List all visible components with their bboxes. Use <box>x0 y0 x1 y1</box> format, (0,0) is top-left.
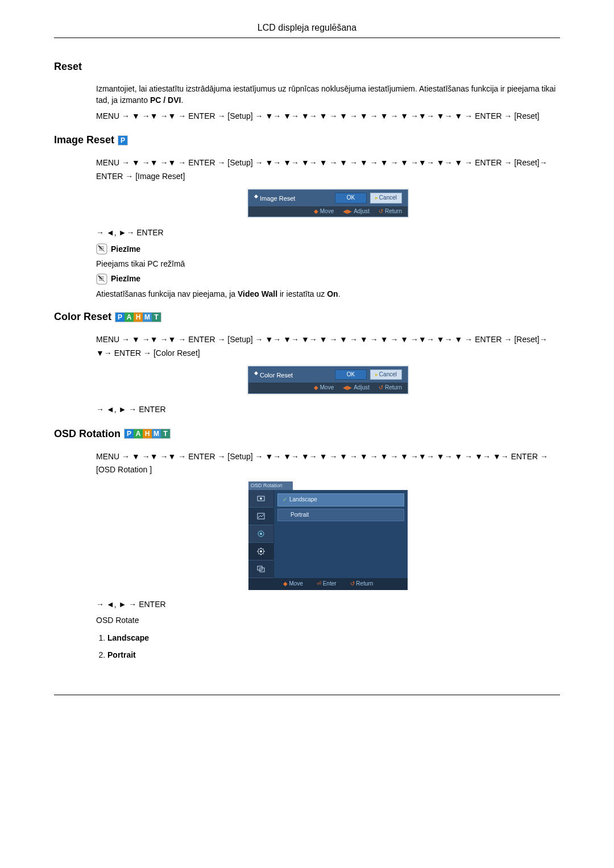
badge-p-icon: P <box>125 429 134 438</box>
section-heading-image-reset: Image Reset P <box>54 134 560 146</box>
image-reset-nav-2: → ◄, ►→ ENTER <box>96 226 560 240</box>
badge-m-icon: M <box>143 313 152 322</box>
osd-rotation-options-list: Landscape Portrait <box>107 632 560 661</box>
side-icon-input[interactable] <box>248 490 273 508</box>
heading-text: Color Reset <box>54 311 111 323</box>
color-reset-osd-dialog: ◆ Color Reset OK ▸Cancel ◆Move ◀▶Adjust … <box>248 366 408 394</box>
text: ir iestatīta uz <box>277 289 327 298</box>
osd-ok-button[interactable]: OK <box>335 193 367 203</box>
osd-footer-move: ◆Move <box>314 384 334 392</box>
osd-footer-return: ↺Return <box>379 384 402 392</box>
badge-h-icon: H <box>143 429 152 438</box>
bold-text: PC / DVI <box>150 95 181 105</box>
note-label: Piezīme <box>111 243 140 255</box>
list-item: Portrait <box>107 649 560 661</box>
badge-p-icon: P <box>118 136 127 145</box>
section-heading-reset: Reset <box>54 61 560 73</box>
osd-rotation-menu: OSD Rotation <box>248 481 408 590</box>
rot-footer-return: ↺ Return <box>350 580 374 588</box>
badge-a-icon: A <box>134 429 143 438</box>
label: Cancel <box>379 194 397 201</box>
rot-footer-enter: ⏎ Enter <box>317 580 337 588</box>
note-icon <box>96 273 107 285</box>
bold-text: Video Wall <box>238 289 277 298</box>
badge-m-icon: M <box>152 429 161 438</box>
osd-footer-move: ◆Move <box>314 207 334 216</box>
option-label: Landscape <box>107 633 149 642</box>
option-label: Landscape <box>289 496 317 504</box>
section-heading-osd-rotation: OSD Rotation P A H M T <box>54 428 560 440</box>
color-reset-nav-2: → ◄, ► → ENTER <box>96 403 560 417</box>
reset-nav-sequence: MENU → ▼ →▼ →▼ → ENTER → [Setup] → ▼→ ▼→… <box>96 110 560 123</box>
check-icon: ✓ <box>283 496 287 504</box>
section-heading-color-reset: Color Reset P A H M T <box>54 311 560 323</box>
osd-side-icon-strip <box>248 490 274 578</box>
rotation-option-landscape[interactable]: ✓ Landscape <box>277 493 404 506</box>
badge-p-icon: P <box>115 313 125 322</box>
bold-text: On <box>327 289 338 298</box>
highlight-dot-icon: ◆ <box>254 193 258 199</box>
reset-paragraph: Izmantojiet, lai atiestatītu izstrādājum… <box>96 83 560 106</box>
badge-t-icon: T <box>152 313 161 322</box>
text: Atiestatīšanas funkcija nav pieejama, ja <box>96 289 238 298</box>
osd-footer-adjust: ◀▶Adjust <box>343 384 370 392</box>
osd-ok-button[interactable]: OK <box>335 369 367 380</box>
note-text-1: Pieejams tikai PC režīmā <box>96 258 560 269</box>
footer-rule <box>54 695 560 695</box>
source-badges: P A H M T <box>115 312 161 322</box>
side-icon-setup[interactable] <box>248 543 273 560</box>
osd-rotation-nav-1: MENU → ▼ →▼ →▼ → ENTER → [Setup] → ▼→ ▼→… <box>96 450 560 477</box>
side-icon-picture[interactable] <box>248 508 273 525</box>
svg-point-3 <box>260 497 262 500</box>
option-label: Portrait <box>107 650 136 659</box>
image-reset-nav-1: MENU → ▼ →▼ →▼ → ENTER → [Setup] → ▼→ ▼→… <box>96 156 560 184</box>
osd-cancel-button[interactable]: ▸Cancel <box>370 193 402 203</box>
osd-footer-adjust: ◀▶Adjust <box>343 207 370 216</box>
color-reset-nav-1: MENU → ▼ →▼ →▼ → ENTER → [Setup] → ▼→ ▼→… <box>96 333 560 360</box>
text: . <box>338 289 341 298</box>
source-badges: P A H M T <box>124 429 171 439</box>
osd-rotate-label: OSD Rotate <box>96 614 560 626</box>
svg-point-8 <box>260 550 262 553</box>
list-item: Landscape <box>107 632 560 643</box>
page-header-title: LCD displeja regulēšana <box>54 23 560 38</box>
svg-point-6 <box>260 533 262 535</box>
rotation-option-portrait[interactable]: Portrait <box>277 509 404 522</box>
osd-rotation-tab-label: OSD Rotation <box>248 481 293 490</box>
badge-a-icon: A <box>125 313 134 322</box>
highlight-dot-icon: ◆ <box>254 370 258 376</box>
note-icon <box>96 243 107 255</box>
osd-cancel-button[interactable]: ▸Cancel <box>370 369 402 380</box>
label: Cancel <box>379 371 397 377</box>
note-row: Piezīme <box>96 273 560 284</box>
heading-text: Reset <box>54 61 82 73</box>
osd-rotation-nav-2: → ◄, ► → ENTER <box>96 598 560 612</box>
badge-h-icon: H <box>134 313 143 322</box>
image-reset-osd-dialog: ◆ Image Reset OK ▸Cancel ◆Move ◀▶Adjust … <box>248 189 408 217</box>
osd-title: Image Reset <box>260 195 295 202</box>
note-text-2: Atiestatīšanas funkcija nav pieejama, ja… <box>96 288 560 300</box>
note-label: Piezīme <box>111 273 140 284</box>
option-label: Portrait <box>291 511 309 520</box>
note-row: Piezīme <box>96 243 560 255</box>
badge-t-icon: T <box>161 429 170 438</box>
side-icon-sound[interactable] <box>248 525 273 543</box>
heading-text: Image Reset <box>54 134 114 146</box>
heading-text: OSD Rotation <box>54 428 121 440</box>
rot-footer-move: ◆ Move <box>283 580 303 588</box>
osd-title: Color Reset <box>260 371 293 378</box>
side-icon-multi[interactable] <box>248 560 273 578</box>
osd-footer-return: ↺Return <box>379 207 402 216</box>
text: . <box>181 95 183 105</box>
source-badges: P <box>118 135 128 146</box>
